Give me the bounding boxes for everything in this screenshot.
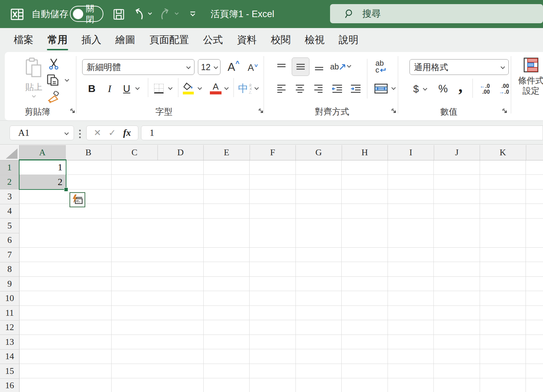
insert-function-button[interactable]: fx	[123, 128, 131, 138]
alignment-dialog-launcher[interactable]	[391, 108, 397, 114]
row-header[interactable]: 5	[0, 219, 20, 233]
column-header[interactable]: I	[388, 145, 434, 160]
column-header[interactable]: F	[250, 145, 296, 160]
merge-center-dropdown[interactable]	[392, 86, 395, 90]
font-color-dropdown[interactable]	[225, 86, 228, 90]
autofill-options-button[interactable]	[70, 192, 85, 207]
row-header[interactable]: 8	[0, 262, 20, 277]
column-header[interactable]: H	[342, 145, 388, 160]
row-header[interactable]: 15	[0, 364, 20, 379]
ribbon-tab[interactable]: 頁面配置	[144, 28, 194, 52]
ribbon-tab[interactable]: 檔案	[9, 28, 38, 52]
column-header[interactable]: E	[204, 145, 250, 160]
number-format-combo[interactable]: 通用格式	[409, 59, 509, 75]
orientation-button[interactable]: ab	[329, 58, 347, 75]
copy-dropdown[interactable]	[65, 78, 68, 81]
undo-dropdown[interactable]	[148, 12, 152, 15]
bold-button[interactable]: B	[84, 80, 99, 97]
fill-color-button[interactable]	[180, 79, 197, 97]
name-box[interactable]: A1	[10, 126, 74, 140]
align-center-button[interactable]	[292, 80, 307, 97]
column-header[interactable]: D	[158, 145, 204, 160]
row-header[interactable]: 9	[0, 277, 20, 291]
row-header[interactable]: 14	[0, 350, 20, 364]
enter-button[interactable]: ✓	[109, 128, 116, 138]
increase-indent-button[interactable]	[348, 80, 364, 97]
font-size-combo[interactable]: 12	[198, 59, 220, 75]
row-header[interactable]: 3	[0, 190, 20, 204]
paste-button[interactable]: 貼上	[18, 55, 49, 107]
ribbon-tab[interactable]: 檢視	[300, 28, 329, 52]
ribbon-tab[interactable]: 資料	[232, 28, 262, 52]
row-header[interactable]: 1	[0, 160, 20, 175]
currency-format-button[interactable]: $	[411, 81, 421, 97]
column-header[interactable]: K	[480, 145, 526, 160]
ribbon-tab[interactable]: 插入	[77, 28, 106, 52]
row-header[interactable]: 4	[0, 204, 20, 219]
font-name-combo[interactable]: 新細明體	[82, 59, 194, 75]
formula-input[interactable]: 1	[141, 126, 543, 140]
column-header[interactable]: J	[434, 145, 480, 160]
paste-dropdown-icon[interactable]	[32, 95, 36, 98]
column-header[interactable]: A	[20, 145, 66, 160]
column-header[interactable]: G	[296, 145, 342, 160]
row-header[interactable]: 11	[0, 306, 20, 321]
borders-button[interactable]	[151, 80, 166, 97]
ribbon-tab[interactable]: 說明	[334, 28, 363, 52]
currency-dropdown[interactable]	[423, 87, 427, 90]
fill-color-dropdown[interactable]	[198, 86, 201, 90]
undo-button[interactable]	[133, 8, 145, 21]
align-right-button[interactable]	[311, 80, 326, 97]
copy-button[interactable]	[45, 73, 60, 88]
ribbon-tab[interactable]: 繪圖	[111, 28, 140, 52]
redo-button[interactable]	[160, 8, 173, 21]
underline-dropdown[interactable]	[136, 86, 139, 90]
increase-font-size-button[interactable]: A ^	[225, 59, 242, 75]
ribbon-tab[interactable]: 校閱	[266, 28, 295, 52]
select-all-button[interactable]	[0, 145, 20, 160]
column-header[interactable]: C	[112, 145, 158, 160]
percent-style-button[interactable]: %	[435, 81, 451, 97]
decrease-font-size-button[interactable]: A ^	[244, 60, 261, 76]
autosave-toggle[interactable]: 關閉	[70, 6, 103, 22]
row-header[interactable]: 7	[0, 248, 20, 262]
number-dialog-launcher[interactable]	[502, 108, 508, 114]
cut-button[interactable]	[47, 57, 61, 70]
orientation-dropdown[interactable]	[347, 64, 351, 67]
align-left-button[interactable]	[274, 80, 289, 97]
phonetic-guide-button[interactable]: 中 ㄓㄨㄥ	[236, 80, 254, 97]
row-header[interactable]: 12	[0, 321, 20, 335]
comma-style-button[interactable]: ,	[455, 78, 466, 94]
save-button[interactable]	[113, 9, 125, 20]
search-box[interactable]: 搜尋	[330, 4, 543, 23]
row-header[interactable]: 13	[0, 335, 20, 350]
italic-button[interactable]: I	[103, 80, 116, 97]
wrap-text-button[interactable]: ab c	[371, 58, 390, 75]
row-header[interactable]: 6	[0, 233, 20, 248]
merge-center-button[interactable]	[372, 81, 390, 96]
font-color-button[interactable]: A	[207, 79, 224, 97]
top-align-button[interactable]	[274, 60, 289, 75]
conditional-formatting-button[interactable]: 條件式 設定	[516, 56, 543, 107]
bottom-align-button[interactable]	[312, 60, 327, 75]
formula-bar-handle[interactable]	[79, 130, 81, 138]
row-header[interactable]: 16	[0, 379, 20, 392]
decrease-decimal-button[interactable]: .00 →.0	[495, 81, 513, 97]
redo-dropdown[interactable]	[175, 12, 179, 15]
ribbon-tab[interactable]: 公式	[198, 28, 228, 52]
decrease-indent-button[interactable]	[329, 80, 345, 97]
fill-handle[interactable]	[64, 187, 68, 192]
middle-align-button[interactable]	[292, 57, 310, 76]
phonetic-dropdown[interactable]	[255, 86, 258, 90]
increase-decimal-button[interactable]: ←.0 .00	[476, 81, 494, 97]
format-painter-button[interactable]	[46, 90, 61, 105]
quick-access-customize-button[interactable]	[189, 10, 197, 17]
column-header[interactable]: B	[66, 145, 112, 160]
ribbon-tab[interactable]: 常用	[43, 28, 72, 52]
row-header[interactable]: 2	[0, 175, 20, 190]
underline-button[interactable]: U	[120, 80, 134, 97]
cells-area[interactable]	[20, 160, 543, 392]
borders-dropdown[interactable]	[168, 86, 172, 90]
clipboard-dialog-launcher[interactable]	[70, 108, 76, 114]
row-header[interactable]: 10	[0, 291, 20, 306]
